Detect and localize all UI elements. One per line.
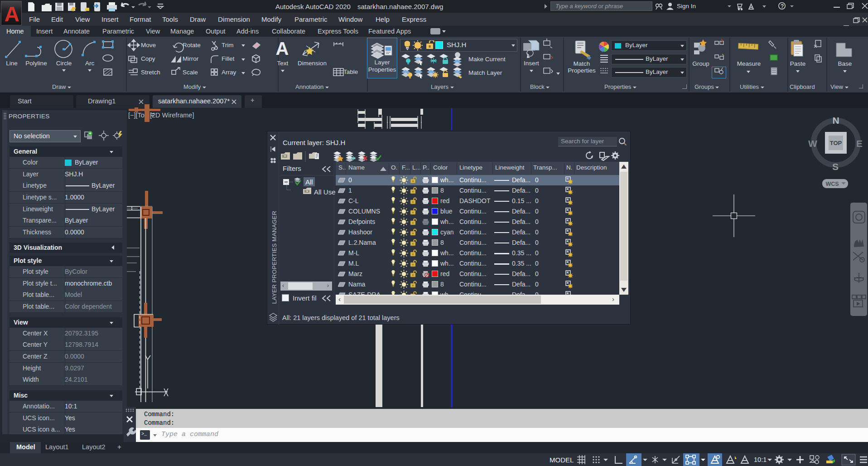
svg-text:10:1: 10:1 bbox=[754, 456, 767, 463]
svg-text:S: S bbox=[832, 161, 839, 172]
svg-text:TOP: TOP bbox=[830, 140, 842, 146]
svg-text:A: A bbox=[4, 2, 19, 25]
svg-text:WCS: WCS bbox=[825, 181, 839, 187]
svg-text:W: W bbox=[808, 138, 817, 149]
svg-text:E: E bbox=[856, 138, 863, 149]
svg-text:N: N bbox=[832, 115, 839, 126]
